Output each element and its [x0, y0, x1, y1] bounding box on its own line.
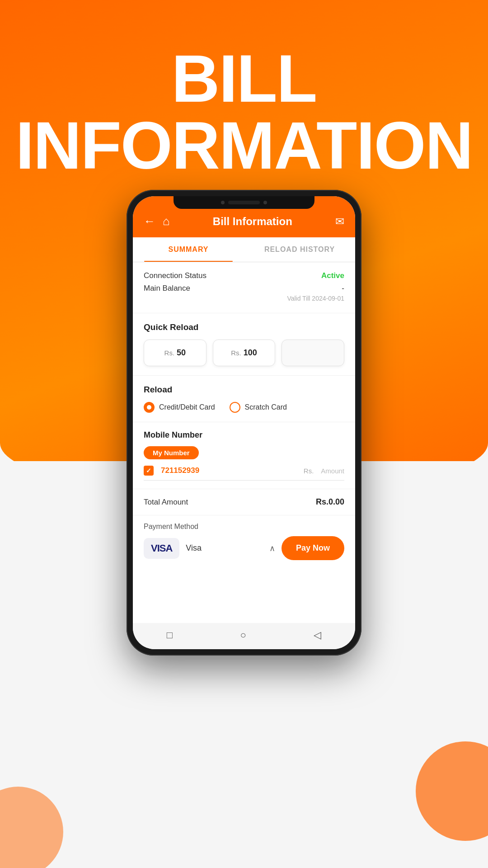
- valid-till: Valid Till 2024-09-01: [144, 295, 344, 302]
- phone-number: 721152939: [161, 466, 296, 475]
- app-content: Connection Status Active Main Balance - …: [133, 262, 355, 623]
- radio-row: Credit/Debit Card Scratch Card: [144, 402, 344, 413]
- hero-line2: INFORMATION: [0, 112, 488, 179]
- mail-icon[interactable]: ✉: [335, 215, 344, 228]
- number-row: 721152939 Rs. Amount: [144, 466, 344, 481]
- pay-now-button[interactable]: Pay Now: [282, 536, 344, 560]
- nav-circle-icon[interactable]: ○: [240, 629, 246, 641]
- amount-rs-prefix: Rs.: [304, 467, 314, 475]
- payment-title: Payment Method: [144, 523, 344, 531]
- phone-bottom-nav: □ ○ ◁: [133, 623, 355, 649]
- radio-credit-card[interactable]: Credit/Debit Card: [144, 402, 215, 413]
- main-balance-value: -: [342, 284, 344, 293]
- number-checkbox[interactable]: [144, 466, 154, 476]
- main-balance-row: Main Balance -: [144, 284, 344, 293]
- radio-credit-circle: [144, 402, 155, 413]
- phone-top-bar: [174, 196, 314, 209]
- reload-type-title: Reload: [144, 385, 344, 395]
- camera-dot: [221, 201, 225, 204]
- quick-reload-section: Quick Reload Rs. 50 Rs. 100: [133, 313, 355, 376]
- tab-reload-history[interactable]: RELOAD HISTORY: [244, 237, 355, 262]
- connection-section: Connection Status Active Main Balance - …: [133, 262, 355, 313]
- tab-summary[interactable]: SUMMARY: [133, 237, 244, 262]
- total-value: Rs.0.00: [316, 497, 344, 507]
- visa-text: Visa: [186, 543, 263, 553]
- total-amount-row: Total Amount Rs.0.00: [133, 489, 355, 515]
- hero-section: BILL INFORMATION: [0, 45, 488, 179]
- reload-btn-100-amount: 100: [244, 348, 257, 357]
- tabs-row: SUMMARY RELOAD HISTORY: [133, 237, 355, 262]
- visa-logo-wrap: VISA: [144, 538, 179, 559]
- reload-btn-50[interactable]: Rs. 50: [144, 340, 206, 366]
- back-icon[interactable]: ←: [144, 214, 155, 228]
- speaker-bar: [228, 201, 260, 204]
- total-label: Total Amount: [144, 498, 188, 507]
- header-title: Bill Information: [213, 215, 292, 228]
- nav-back-icon[interactable]: ◁: [314, 629, 321, 641]
- radio-scratch-label: Scratch Card: [245, 403, 287, 411]
- reload-type-section: Reload Credit/Debit Card Scratch Card: [133, 376, 355, 422]
- mobile-number-section: Mobile Number My Number 721152939 Rs. Am…: [133, 422, 355, 489]
- radio-credit-label: Credit/Debit Card: [159, 403, 215, 411]
- phone-mockup: ← ⌂ Bill Information ✉ SUMMARY RELOAD HI…: [127, 190, 361, 656]
- payment-row: VISA Visa ∧ Pay Now: [144, 536, 344, 560]
- home-icon[interactable]: ⌂: [163, 214, 170, 228]
- hero-line1: BILL: [0, 45, 488, 112]
- sensor-dot: [263, 201, 267, 204]
- connection-status-label: Connection Status: [144, 271, 206, 280]
- visa-logo: VISA: [151, 542, 172, 554]
- chevron-up-icon[interactable]: ∧: [269, 543, 275, 553]
- connection-status-row: Connection Status Active: [144, 271, 344, 280]
- reload-btn-100[interactable]: Rs. 100: [213, 340, 276, 366]
- reload-btn-other[interactable]: [282, 340, 344, 366]
- mobile-number-title: Mobile Number: [144, 430, 344, 440]
- connection-status-value: Active: [321, 271, 344, 280]
- my-number-badge[interactable]: My Number: [144, 446, 199, 459]
- reload-buttons-row: Rs. 50 Rs. 100: [144, 340, 344, 366]
- reload-btn-50-amount: 50: [177, 348, 186, 357]
- phone-outer: ← ⌂ Bill Information ✉ SUMMARY RELOAD HI…: [127, 190, 361, 656]
- header-left: ← ⌂: [144, 214, 170, 228]
- nav-home-icon[interactable]: □: [167, 629, 173, 641]
- quick-reload-title: Quick Reload: [144, 322, 344, 332]
- reload-btn-50-prefix: Rs.: [164, 349, 175, 357]
- amount-placeholder: Amount: [321, 467, 344, 475]
- payment-section: Payment Method VISA Visa ∧ Pay Now: [133, 515, 355, 569]
- radio-scratch-card[interactable]: Scratch Card: [230, 402, 287, 413]
- phone-screen: ← ⌂ Bill Information ✉ SUMMARY RELOAD HI…: [133, 196, 355, 649]
- reload-btn-100-prefix: Rs.: [231, 349, 241, 357]
- radio-scratch-circle: [230, 402, 240, 413]
- main-balance-label: Main Balance: [144, 284, 190, 293]
